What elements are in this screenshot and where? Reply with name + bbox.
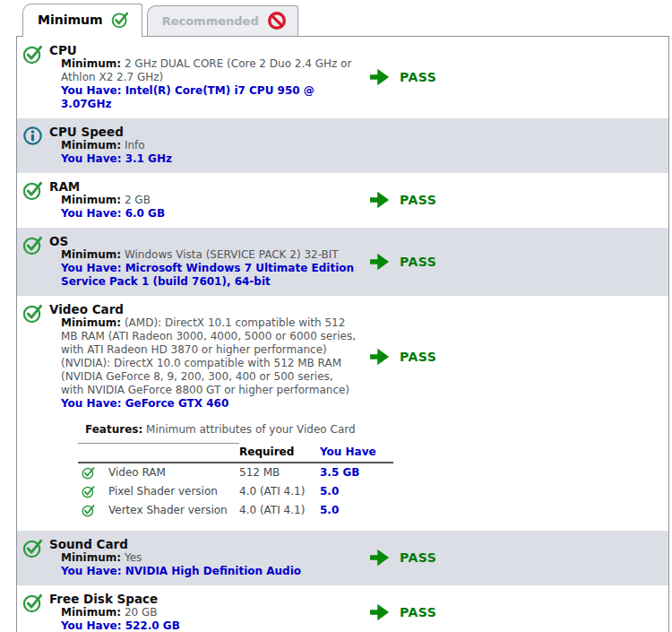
you-have-value: GeForce GTX 460	[125, 397, 229, 410]
check-icon	[22, 537, 49, 558]
you-have-value: 6.0 GB	[125, 207, 165, 220]
check-icon	[22, 302, 49, 324]
tab-minimum[interactable]: Minimum	[22, 4, 142, 37]
feature-name: Vertex Shader version	[108, 501, 239, 520]
minimum-value: Yes	[125, 551, 142, 564]
check-icon	[22, 234, 49, 255]
you-have-value: NVIDIA High Definition Audio	[125, 565, 301, 577]
requirement-row-free-disk-space: Free Disk Space Minimum: 20 GB You Have:…	[17, 585, 668, 632]
you-have-label: You Have:	[61, 207, 121, 220]
you-have-value: 3.1 GHz	[125, 152, 172, 165]
feature-required: 4.0 (ATI 4.1)	[239, 501, 320, 520]
you-have-label: You Have:	[61, 397, 121, 410]
tab-strip: Minimum Recommended	[16, 4, 669, 36]
pass-indicator: PASS	[370, 547, 436, 568]
section-title: Free Disk Space	[49, 592, 356, 606]
section-title: Sound Card	[49, 537, 356, 551]
minimum-value: 2 GB	[125, 194, 151, 206]
table-row: Video RAM 512 MB 3.5 GB	[78, 463, 393, 482]
video-card-features: Features: Minimum attributes of your Vid…	[78, 423, 393, 520]
requirement-row-sound-card: Sound Card Minimum: Yes You Have: NVIDIA…	[17, 531, 668, 585]
tab-minimum-label: Minimum	[38, 13, 103, 27]
section-title: RAM	[49, 179, 356, 194]
you-have-label: You Have:	[61, 84, 121, 97]
minimum-label: Minimum:	[61, 194, 121, 206]
feature-required: 512 MB	[239, 463, 320, 482]
table-row: Vertex Shader version 4.0 (ATI 4.1) 5.0	[78, 501, 393, 520]
pass-arrow-icon	[370, 251, 390, 273]
section-title: Video Card	[49, 302, 356, 316]
pass-indicator: PASS	[370, 251, 436, 273]
pass-indicator: PASS	[370, 189, 436, 211]
pass-arrow-icon	[370, 66, 390, 88]
features-header-row: Required You Have	[78, 444, 393, 463]
pass-arrow-icon	[370, 189, 390, 211]
pass-label: PASS	[400, 350, 436, 364]
requirements-panel: Minimum Recommended CPU Minimum: 2 GHz D…	[0, 0, 672, 632]
requirement-row-video-card: Video Card Minimum: (AMD): DirectX 10.1 …	[17, 296, 668, 531]
check-icon	[22, 592, 49, 613]
minimum-label: Minimum:	[61, 551, 121, 564]
feature-name: Pixel Shader version	[108, 482, 239, 501]
you-have-label: You Have:	[61, 152, 121, 165]
feature-you-have: 5.0	[320, 482, 393, 501]
requirement-row-os: OS Minimum: Windows Vista (SERVICE PACK …	[17, 228, 668, 296]
minimum-label: Minimum:	[61, 606, 121, 619]
minimum-label: Minimum:	[61, 57, 121, 70]
check-icon	[78, 463, 108, 482]
pass-label: PASS	[400, 193, 436, 207]
minimum-label: Minimum:	[61, 139, 121, 152]
pass-label: PASS	[400, 70, 436, 84]
check-icon	[22, 179, 49, 201]
pass-label: PASS	[400, 550, 436, 565]
pass-arrow-icon	[370, 602, 390, 623]
pass-indicator: PASS	[370, 602, 436, 623]
features-caption: Features: Minimum attributes of your Vid…	[85, 423, 393, 437]
pass-indicator: PASS	[370, 66, 436, 88]
check-icon	[78, 501, 108, 520]
you-have-column-header: You Have	[320, 444, 393, 463]
pass-label: PASS	[400, 255, 436, 269]
pass-label: PASS	[400, 605, 436, 619]
you-have-value: 522.0 GB	[125, 619, 180, 632]
section-title: OS	[49, 234, 356, 248]
minimum-value: Info	[125, 139, 145, 152]
you-have-label: You Have:	[61, 619, 121, 632]
features-table: Required You Have Video RAM 512 MB 3.5 G…	[78, 443, 393, 520]
you-have-label: You Have:	[61, 565, 121, 577]
check-icon	[111, 11, 129, 29]
feature-you-have: 3.5 GB	[320, 463, 393, 482]
results-box: CPU Minimum: 2 GHz DUAL CORE (Core 2 Duo…	[16, 36, 669, 632]
feature-you-have: 5.0	[320, 501, 393, 520]
requirement-row-cpu: CPU Minimum: 2 GHz DUAL CORE (Core 2 Duo…	[17, 37, 668, 118]
check-icon	[22, 43, 49, 65]
minimum-value: Windows Vista (SERVICE PACK 2) 32-BIT	[125, 248, 339, 261]
requirement-row-cpu-speed: CPU Speed Minimum: Info You Have: 3.1 GH…	[17, 118, 668, 173]
you-have-label: You Have:	[61, 262, 121, 274]
feature-required: 4.0 (ATI 4.1)	[239, 482, 320, 501]
minimum-value: 20 GB	[125, 606, 158, 619]
pass-arrow-icon	[370, 346, 390, 368]
check-icon	[78, 482, 108, 501]
blocked-icon	[267, 11, 287, 30]
tab-recommended-label: Recommended	[162, 14, 259, 28]
pass-arrow-icon	[370, 547, 390, 568]
feature-name: Video RAM	[108, 463, 239, 482]
table-row: Pixel Shader version 4.0 (ATI 4.1) 5.0	[78, 482, 393, 501]
minimum-label: Minimum:	[61, 316, 121, 329]
section-title: CPU	[49, 43, 356, 57]
pass-indicator: PASS	[370, 346, 436, 368]
minimum-label: Minimum:	[61, 248, 121, 261]
required-column-header: Required	[239, 444, 320, 463]
section-title: CPU Speed	[49, 125, 356, 139]
requirement-row-ram: RAM Minimum: 2 GB You Have: 6.0 GB PASS	[17, 173, 668, 228]
tab-recommended[interactable]: Recommended	[147, 5, 298, 36]
features-label: Features:	[85, 423, 142, 436]
features-description: Minimum attributes of your Video Card	[146, 423, 356, 436]
info-icon	[22, 125, 49, 146]
